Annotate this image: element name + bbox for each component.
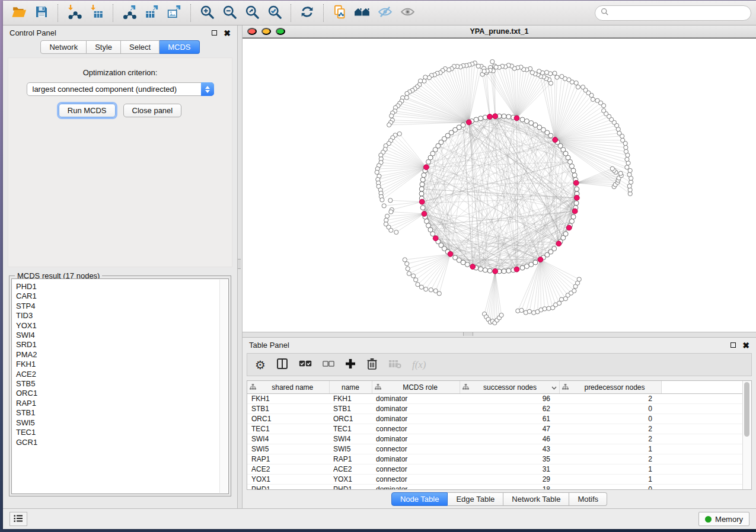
mcds-result-item[interactable]: SWI5 [16, 418, 228, 428]
window-minimize-traffic-light[interactable] [261, 28, 271, 35]
result-list-scrollbar[interactable] [219, 280, 228, 493]
toolbar-separator [58, 4, 58, 22]
zoom-fit-button[interactable] [241, 3, 263, 23]
table-row[interactable]: PHD1PHD1dominator180 [247, 485, 742, 491]
column-header-predecessor-nodes[interactable]: predecessor nodes [559, 381, 661, 394]
hide-selected-button[interactable] [374, 3, 396, 23]
task-history-button[interactable] [9, 512, 27, 526]
close-panel-icon[interactable]: ✖ [742, 341, 749, 350]
table-scrollbar[interactable] [742, 381, 751, 489]
refresh-view-button[interactable] [296, 3, 318, 23]
float-panel-icon[interactable] [212, 30, 217, 36]
mcds-result-item[interactable]: FKH1 [16, 360, 228, 369]
network-canvas[interactable] [243, 38, 756, 332]
vertical-splitter[interactable] [237, 25, 243, 508]
table-row[interactable]: ACE2ACE2connector311 [247, 464, 742, 475]
column-header-shared-name[interactable]: shared name [247, 381, 329, 394]
table-cell: 43 [460, 444, 559, 454]
mcds-result-item[interactable]: PMA2 [16, 350, 228, 360]
tab-motifs[interactable]: Motifs [569, 492, 607, 506]
mcds-result-item[interactable]: ACE2 [16, 370, 228, 379]
add-column-button[interactable] [345, 358, 356, 371]
show-columns-button[interactable] [276, 358, 288, 371]
close-panel-button[interactable]: Close panel [123, 104, 182, 117]
mcds-result-list[interactable]: PHD1CAR1STP4TID3YOX1SWI4SRD1PMA2FKH1ACE2… [11, 278, 229, 494]
table-row[interactable]: RAP1RAP1dominator352 [247, 454, 742, 464]
mcds-result-item[interactable]: CAR1 [16, 291, 228, 301]
tab-network[interactable]: Network [40, 40, 87, 54]
search-input[interactable] [613, 8, 745, 18]
mcds-result-item[interactable]: YOX1 [16, 321, 228, 331]
table-row[interactable]: SWI4SWI4dominator462 [247, 434, 742, 444]
table-row[interactable]: TEC1TEC1connector472 [247, 424, 742, 434]
mcds-result-item[interactable]: STP4 [16, 302, 228, 311]
unselect-all-button[interactable] [323, 360, 334, 369]
mcds-result-item[interactable]: TID3 [16, 311, 228, 321]
show-all-button[interactable] [396, 3, 419, 23]
tab-style[interactable]: Style [87, 40, 121, 54]
table-row[interactable]: FKH1FKH1dominator962 [247, 394, 742, 404]
table-row[interactable]: STB1STB1dominator620 [247, 404, 742, 414]
delete-column-button[interactable] [366, 358, 378, 371]
mcds-result-item[interactable]: STB5 [16, 379, 228, 389]
mcds-result-item[interactable]: SWI4 [16, 331, 228, 340]
mcds-result-item[interactable]: GCR1 [16, 438, 228, 447]
table-cell: 1 [559, 464, 661, 475]
copy-network-button[interactable] [328, 3, 351, 23]
column-header-successor-nodes[interactable]: successor nodes [460, 381, 559, 394]
zoom-selected-icon [267, 4, 283, 22]
splitter-grip[interactable] [238, 259, 241, 269]
horizontal-splitter[interactable] [243, 332, 756, 338]
table-row[interactable]: ORC1ORC1dominator610 [247, 414, 742, 424]
splitter-grip[interactable] [463, 332, 473, 336]
memory-button[interactable]: Memory [698, 512, 749, 526]
scrollbar-thumb[interactable] [744, 382, 749, 437]
window-zoom-traffic-light[interactable] [276, 28, 285, 35]
table-row[interactable]: SWI5SWI5connector431 [247, 444, 742, 454]
table-cell: FKH1 [329, 394, 372, 404]
close-panel-icon[interactable]: ✖ [224, 29, 231, 37]
export-network-button[interactable] [118, 3, 141, 23]
zoom-in-icon [199, 4, 215, 22]
main-area: Control Panel ✖ NetworkStyleSelectMCDS O… [3, 25, 756, 508]
control-panel-title: Control Panel [9, 28, 56, 37]
apply-function-button[interactable]: f(x) [412, 359, 426, 371]
first-neighbors-button[interactable] [351, 3, 374, 23]
mcds-result-item[interactable]: STB1 [16, 408, 228, 418]
tab-select[interactable]: Select [121, 40, 160, 54]
column-header-name[interactable]: name [329, 381, 372, 394]
table-settings-button[interactable]: ⚙ [255, 359, 266, 371]
optimization-criterion-select[interactable]: largest connected component (undirected) [27, 82, 214, 96]
mcds-result-item[interactable]: RAP1 [16, 399, 228, 408]
zoom-in-button[interactable] [196, 3, 218, 23]
mcds-result-item[interactable]: PHD1 [16, 282, 228, 291]
mcds-result-item[interactable]: ORC1 [16, 389, 228, 398]
tab-node-table[interactable]: Node Table [391, 492, 448, 506]
import-network-button[interactable] [63, 3, 85, 23]
eye-icon [400, 5, 416, 21]
table-toolbar: ⚙ f(x) [247, 353, 752, 376]
refresh-icon [299, 4, 315, 21]
table-cell: connector [372, 424, 460, 434]
column-header-mcds-role[interactable]: MCDS role [372, 381, 460, 394]
save-session-button[interactable] [30, 3, 53, 23]
select-all-button[interactable] [299, 360, 312, 369]
table-panel-tabs: Node TableEdge TableNetwork TableMotifs [243, 492, 756, 505]
tab-edge-table[interactable]: Edge Table [448, 492, 503, 506]
mcds-result-item[interactable]: TEC1 [16, 428, 228, 437]
table-row[interactable]: YOX1YOX1connector291 [247, 475, 742, 485]
zoom-selected-button[interactable] [263, 3, 286, 23]
mcds-result-item[interactable]: SRD1 [16, 340, 228, 350]
open-file-button[interactable] [8, 3, 30, 23]
toolbar-separator [291, 4, 291, 22]
delete-table-button[interactable] [388, 359, 401, 370]
zoom-out-button[interactable] [218, 3, 241, 23]
float-panel-icon[interactable] [731, 342, 736, 348]
tab-mcds[interactable]: MCDS [160, 40, 199, 54]
run-mcds-button[interactable]: Run MCDS [59, 104, 116, 117]
export-image-button[interactable] [163, 3, 186, 23]
export-table-button[interactable] [141, 3, 163, 23]
import-table-button[interactable] [85, 3, 108, 23]
tab-network-table[interactable]: Network Table [503, 492, 569, 506]
window-close-traffic-light[interactable] [247, 28, 257, 35]
